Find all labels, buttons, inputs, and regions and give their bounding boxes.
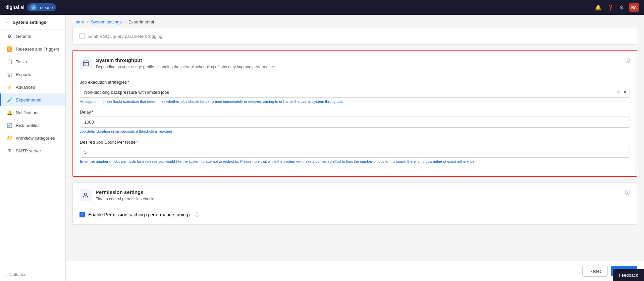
notifications-icon: 🔔 — [6, 110, 12, 115]
system-throughput-card: System throughput Depending on your usag… — [72, 50, 637, 177]
sidebar-item-general[interactable]: ⚙ General — [0, 30, 65, 43]
delay-input[interactable] — [80, 117, 630, 128]
job-execution-hint: An algorithm for job (task) execution th… — [80, 99, 630, 104]
sidebar-title: System settings — [13, 20, 46, 25]
topbar: digital.ai ◎ release 🔔 ❓ ⚙ RA — [0, 0, 644, 15]
avatar[interactable]: RA — [629, 3, 639, 12]
breadcrumb-system-settings[interactable]: System settings — [91, 19, 122, 24]
sidebar-item-notifications[interactable]: 🔔 Notifications — [0, 106, 65, 119]
desired-job-field: Desired Job Count Per Node * Enter the n… — [80, 140, 630, 164]
desired-job-input[interactable] — [80, 147, 630, 158]
main-content: Home › System settings › Experimental En… — [66, 15, 644, 281]
smtp-icon: ✉ — [6, 148, 12, 153]
sql-checkbox[interactable] — [79, 33, 85, 39]
sidebar-item-experimental[interactable]: 🧪 Experimental — [0, 93, 65, 106]
sidebar-item-label: Releases and Triggers — [16, 47, 59, 52]
throughput-title: System throughput — [96, 57, 276, 63]
sidebar-item-label: Experimental — [16, 97, 41, 102]
breadcrumb-current: Experimental — [128, 19, 154, 24]
throughput-subtitle: Depending on your usage profile, changin… — [96, 64, 276, 70]
product-name: release — [39, 5, 53, 10]
experimental-icon: 🧪 — [6, 97, 12, 102]
content-area: Enable SQL query parameters logging — [66, 28, 644, 261]
sql-checkbox-label: Enable SQL query parameters logging — [88, 34, 162, 39]
bottom-bar: Reset Save — [66, 261, 644, 281]
delay-label: Delay * — [80, 110, 630, 115]
breadcrumb-home[interactable]: Home — [72, 19, 84, 24]
permission-help-icon[interactable]: ⓘ — [625, 189, 630, 196]
sidebar-item-smtp[interactable]: ✉ SMTP server — [0, 144, 65, 157]
sidebar-item-label: SMTP server — [16, 148, 41, 153]
permission-caching-row: ✓ Enable Permission caching (performance… — [79, 212, 630, 218]
breadcrumb: Home › System settings › Experimental — [66, 15, 644, 28]
dropdown-button[interactable]: ▼ — [623, 89, 627, 95]
help-icon[interactable]: ❓ — [607, 4, 614, 11]
sidebar-item-label: Reports — [16, 72, 31, 77]
product-icon: ◎ — [31, 4, 37, 10]
throughput-help-icon[interactable]: ⓘ — [625, 57, 630, 64]
permission-title: Permission settings — [96, 189, 156, 195]
job-execution-field: Job execution strategies * Non-blocking … — [80, 80, 630, 104]
topbar-right: 🔔 ❓ ⚙ RA — [595, 3, 639, 12]
clear-button[interactable]: ✕ — [616, 89, 621, 95]
breadcrumb-sep-2: › — [124, 19, 126, 24]
card-header-left: System throughput Depending on your usag… — [80, 57, 276, 70]
back-icon[interactable]: ← — [5, 19, 10, 25]
required-marker-3: * — [136, 140, 138, 145]
collapse-icon: ‹ — [5, 272, 7, 277]
sql-card: Enable SQL query parameters logging — [72, 28, 637, 45]
desired-job-label: Desired Job Count Per Node * — [80, 140, 630, 145]
permission-icon — [79, 189, 92, 201]
sidebar-item-workflow-categories[interactable]: 📁 Workflow categories — [0, 132, 65, 144]
permission-caching-help-icon[interactable]: ⓘ — [195, 212, 199, 218]
logo: digital.ai — [5, 5, 24, 10]
sidebar-item-label: Advanced — [16, 85, 35, 90]
sidebar-item-label: General — [16, 34, 31, 39]
settings-icon[interactable]: ⚙ — [619, 4, 624, 11]
topbar-left: digital.ai ◎ release — [5, 3, 56, 11]
job-execution-label: Job execution strategies * — [80, 80, 630, 85]
tasks-icon: 📋 — [6, 59, 12, 64]
required-marker-2: * — [92, 110, 93, 115]
perm-header-text: Permission settings Flag to control perm… — [96, 189, 156, 202]
sidebar-header: ← System settings — [0, 15, 65, 30]
required-marker: * — [127, 80, 129, 85]
card-header-text: System throughput Depending on your usag… — [96, 57, 276, 70]
throughput-icon — [80, 57, 92, 69]
sidebar-collapse[interactable]: ‹ Collapse — [0, 268, 65, 281]
sidebar: ← System settings ⚙ General 🔀 Releases a… — [0, 15, 66, 281]
job-execution-select-wrapper: Non-blocking backpressure with limited j… — [80, 87, 630, 98]
sidebar-item-risk-profiles[interactable]: 🔄 Risk profiles — [0, 119, 65, 132]
releases-icon: 🔀 — [6, 46, 12, 52]
delay-hint: Job delay duration in milliseconds if th… — [80, 129, 630, 134]
svg-point-3 — [85, 193, 87, 195]
sidebar-item-label: Risk profiles — [16, 123, 40, 128]
feedback-button[interactable]: Feedback — [613, 269, 644, 281]
sidebar-item-advanced[interactable]: ⚡ Advanced — [0, 81, 65, 93]
sidebar-item-reports[interactable]: 📊 Reports — [0, 68, 65, 81]
select-actions: ✕ ▼ — [616, 89, 627, 95]
desired-job-hint: Enter the number of jobs per node for a … — [80, 159, 630, 164]
sidebar-item-tasks[interactable]: 📋 Tasks — [0, 55, 65, 68]
sidebar-item-releases-triggers[interactable]: 🔀 Releases and Triggers — [0, 43, 65, 55]
layout: ← System settings ⚙ General 🔀 Releases a… — [0, 15, 644, 281]
sidebar-item-label: Workflow categories — [16, 136, 55, 141]
permission-header: Permission settings Flag to control perm… — [79, 189, 630, 206]
permission-card: Permission settings Flag to control perm… — [72, 182, 637, 225]
bell-icon[interactable]: 🔔 — [595, 4, 602, 11]
delay-field: Delay * Job delay duration in millisecon… — [80, 110, 630, 134]
product-badge: ◎ release — [27, 3, 56, 11]
risk-icon: 🔄 — [6, 123, 12, 128]
permission-caching-label: Enable Permission caching (performance t… — [88, 212, 190, 217]
collapse-label: Collapse — [9, 272, 26, 277]
job-execution-select[interactable]: Non-blocking backpressure with limited j… — [80, 87, 630, 98]
sidebar-item-label: Notifications — [16, 110, 40, 115]
reports-icon: 📊 — [6, 72, 12, 77]
sql-checkbox-row: Enable SQL query parameters logging — [79, 33, 630, 39]
sidebar-item-label: Tasks — [16, 59, 27, 64]
breadcrumb-sep-1: › — [87, 19, 88, 24]
reset-button[interactable]: Reset — [582, 266, 608, 277]
svg-rect-0 — [84, 61, 89, 66]
permission-caching-checkbox[interactable]: ✓ — [79, 212, 85, 217]
perm-header-left: Permission settings Flag to control perm… — [79, 189, 156, 202]
